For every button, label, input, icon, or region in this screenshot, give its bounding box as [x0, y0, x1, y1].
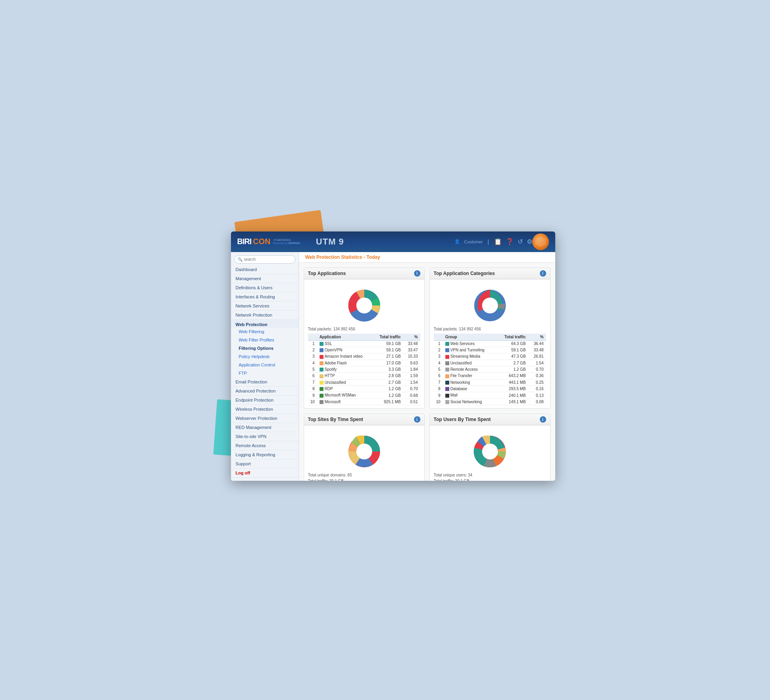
row-traffic: 149.1 MB: [496, 398, 528, 405]
sidebar-item-network-protection[interactable]: Network Protection: [231, 311, 299, 320]
sidebar-item-remote-access[interactable]: Remote Access: [231, 441, 299, 450]
help-icon[interactable]: ❓: [506, 238, 514, 245]
row-number: 9: [308, 392, 317, 398]
panel-top-sites-info[interactable]: i: [414, 416, 420, 423]
row-number: 5: [434, 366, 443, 372]
row-pct: 0.16: [528, 386, 546, 392]
notifications-icon[interactable]: 📋: [494, 238, 502, 245]
row-color-dot: [320, 348, 324, 352]
row-name: Unclassified: [443, 360, 497, 366]
refresh-icon[interactable]: ↺: [518, 238, 523, 245]
row-name: SSL: [317, 340, 373, 347]
panel-top-categories-info[interactable]: i: [540, 270, 546, 277]
row-number: 1: [308, 340, 317, 347]
row-number: 8: [308, 386, 317, 392]
row-traffic: 293.5 MB: [496, 386, 528, 392]
col-pct-cat: %: [528, 334, 546, 341]
search-box[interactable]: 🔍: [234, 255, 295, 264]
top-users-chart: [434, 429, 546, 473]
row-traffic: 17.0 GB: [373, 360, 403, 366]
sidebar-item-network-services[interactable]: Network Services: [231, 302, 299, 311]
sidebar-item-definitions-users[interactable]: Definitions & Users: [231, 283, 299, 292]
sidebar-item-endpoint-protection[interactable]: Endpoint Protection: [231, 396, 299, 405]
row-traffic: 2.8 GB: [373, 373, 403, 379]
row-color-dot: [320, 374, 324, 378]
sidebar-item-advanced-protection[interactable]: Advanced Protection: [231, 387, 299, 396]
row-color-dot: [445, 394, 449, 398]
sidebar-subitem-policy-helpdesk[interactable]: Policy Helpdesk: [231, 353, 299, 361]
logo-biri: BIRI: [237, 237, 252, 246]
row-name: File Transfer: [443, 373, 497, 379]
row-color-dot: [445, 381, 449, 385]
sidebar-subitem-web-filter-profiles[interactable]: Web Filter Profiles: [231, 336, 299, 344]
logo-avatar: [532, 233, 549, 250]
table-row: 1SSL59.1 GB33.48: [308, 340, 420, 347]
search-input[interactable]: [244, 257, 292, 262]
sidebar-subitem-web-filtering[interactable]: Web Filtering: [231, 328, 299, 336]
panel-top-users-header: Top Users By Time Spent i: [430, 414, 550, 425]
row-color-dot: [445, 374, 449, 378]
sidebar-item-wireless-protection[interactable]: Wireless Protection: [231, 405, 299, 414]
row-pct: 0.25: [528, 379, 546, 385]
sidebar-item-red-management[interactable]: RED Management: [231, 423, 299, 432]
row-traffic: 2.7 GB: [496, 360, 528, 366]
sidebar-item-support[interactable]: Support: [231, 459, 299, 469]
row-traffic: 3.3 GB: [373, 366, 403, 372]
svg-point-3: [482, 298, 498, 313]
top-applications-table: Application Total traffic % 1SSL59.1 GB3…: [308, 334, 420, 406]
panel-top-applications-info[interactable]: i: [414, 270, 420, 277]
row-number: 2: [308, 347, 317, 353]
sidebar-item-dashboard[interactable]: Dashboard: [231, 265, 299, 274]
sidebar-item-webserver-protection[interactable]: Webserver Protection: [231, 414, 299, 423]
panel-top-applications-title: Top Applications: [308, 271, 346, 276]
panel-top-users-info[interactable]: i: [540, 416, 546, 423]
row-number: 4: [308, 360, 317, 366]
top-applications-pie: [344, 286, 384, 325]
row-number: 3: [308, 353, 317, 360]
row-name: Unclassified: [317, 379, 373, 385]
utm-window: BIRI CON IT-SERVICES Powered by SOPHOS U…: [231, 231, 555, 481]
sidebar-subitem-ftp[interactable]: FTP: [231, 369, 299, 378]
row-color-dot: [320, 361, 324, 365]
sidebar-item-site-to-site-vpn[interactable]: Site-to-site VPN: [231, 432, 299, 441]
sidebar-item-interfaces-routing[interactable]: Interfaces & Routing: [231, 292, 299, 302]
col-group: Group: [443, 334, 497, 341]
table-row: 5Remote Access1.2 GB0.70: [434, 366, 546, 372]
sidebar-item-log-off[interactable]: Log off: [231, 469, 299, 478]
row-traffic: 240.1 MB: [496, 392, 528, 398]
row-number: 10: [434, 398, 443, 405]
row-color-dot: [320, 368, 324, 372]
table-row: 10Microsoft925.1 MB0.51: [308, 398, 420, 405]
scene: BIRI CON IT-SERVICES Powered by SOPHOS U…: [207, 212, 563, 489]
header-icons: 👤 Customer | 📋 ❓ ↺ ⚙: [454, 238, 532, 245]
table-row: 2OpenVPN59.1 GB33.47: [308, 347, 420, 353]
row-traffic: 1.2 GB: [373, 392, 403, 398]
sidebar-subitem-application-control[interactable]: Application Control: [231, 361, 299, 369]
row-pct: 0.68: [403, 392, 420, 398]
row-number: 3: [434, 353, 443, 360]
utm-title: UTM 9: [316, 237, 344, 247]
panel-top-categories-title: Top Application Categories: [434, 271, 495, 276]
row-color-dot: [445, 348, 449, 352]
header: BIRI CON IT-SERVICES Powered by SOPHOS U…: [231, 231, 555, 252]
row-pct: 1.54: [528, 360, 546, 366]
settings-icon[interactable]: ⚙: [527, 238, 532, 245]
row-color-dot: [445, 368, 449, 372]
sidebar-item-management[interactable]: Management: [231, 274, 299, 283]
table-row: 9Mail240.1 MB0.13: [434, 392, 546, 398]
table-row: 8RDP1.2 GB0.70: [308, 386, 420, 392]
sidebar: 🔍 Dashboard Management Definitions & Use…: [231, 252, 299, 481]
row-color-dot: [320, 355, 324, 359]
breadcrumb: Web Protection Statistics - Today: [299, 252, 555, 263]
sidebar-item-logging-reporting[interactable]: Logging & Reporting: [231, 450, 299, 459]
utm-body: 🔍 Dashboard Management Definitions & Use…: [231, 252, 555, 481]
row-number: 6: [434, 373, 443, 379]
sidebar-subitem-filtering-options[interactable]: Filtering Options: [231, 344, 299, 353]
logo-con: CON: [253, 237, 271, 246]
sidebar-item-email-protection[interactable]: Email Protection: [231, 378, 299, 387]
row-number: 7: [308, 379, 317, 385]
row-name: Web Services: [443, 340, 497, 347]
logo-it-services: IT-SERVICES: [274, 239, 300, 242]
panel-top-users-body: Total unique users: 34 Total traffic: 20…: [430, 425, 550, 480]
row-number: 1: [434, 340, 443, 347]
